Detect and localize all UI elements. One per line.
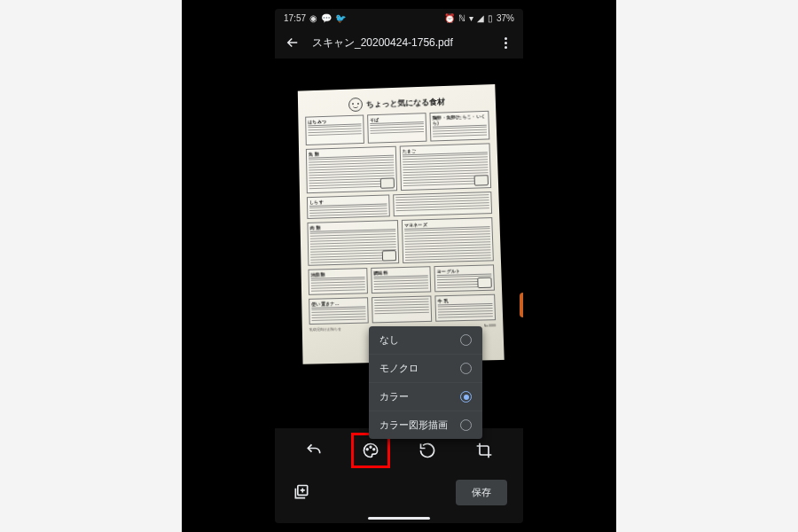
color-option-mono[interactable]: モノクロ: [369, 354, 482, 382]
color-option-label: なし: [379, 333, 399, 347]
color-option-label: カラー図形描画: [379, 419, 448, 432]
doc-cell: はちみつ: [305, 114, 364, 145]
svg-point-2: [373, 449, 375, 450]
signal-icon: ◢: [477, 13, 484, 23]
color-option-color[interactable]: カラー: [369, 382, 482, 411]
radio-selected-icon: [460, 391, 472, 403]
doc-cell: ヨーグルト: [434, 264, 495, 292]
svg-point-0: [366, 449, 368, 450]
doc-cell: しらす: [306, 194, 389, 219]
app-bar: スキャン_20200424-1756.pdf: [275, 27, 523, 59]
page-title: スキャン_20200424-1756.pdf: [312, 35, 486, 51]
chicken-icon: [381, 250, 395, 261]
doc-cell: そば: [367, 113, 426, 144]
bottom-bar: 保存: [275, 473, 523, 517]
color-mode-menu: なし モノクロ カラー カラー図形描画: [369, 326, 482, 439]
document-face-icon: [348, 98, 362, 112]
doc-cell: マヨネーズ: [401, 217, 493, 263]
radio-icon: [460, 334, 472, 346]
battery-percent: 37%: [497, 13, 514, 23]
doc-footer-left: 乳幼児向けお知らせ: [309, 327, 340, 332]
save-button[interactable]: 保存: [456, 480, 507, 505]
back-button[interactable]: [282, 32, 303, 53]
status-bar: 17:57 ◉ 💬 🐦 ⏰ ℕ ▾ ◢ ▯ 37%: [275, 9, 523, 27]
status-time: 17:57: [284, 13, 306, 23]
color-option-none[interactable]: なし: [369, 326, 482, 354]
color-option-color-drawing[interactable]: カラー図形描画: [369, 411, 482, 439]
doc-cell: 牛 乳: [434, 294, 496, 322]
milk-icon: [477, 278, 492, 289]
overflow-menu-button[interactable]: [495, 32, 516, 53]
doc-cell: 調味料: [371, 266, 431, 293]
doc-cell: 使い置きナ…: [309, 297, 369, 325]
color-option-label: モノクロ: [379, 362, 419, 375]
doc-cell: 魚 類: [305, 146, 396, 193]
twitter-icon: 🐦: [335, 13, 346, 23]
radio-icon: [460, 363, 472, 374]
svg-point-1: [370, 446, 372, 448]
radio-icon: [460, 419, 472, 431]
alarm-icon: ⏰: [444, 13, 455, 23]
doc-cell: 鶏卵・魚卵(たらこ・いくら): [429, 111, 489, 142]
device-frame: 17:57 ◉ 💬 🐦 ⏰ ℕ ▾ ◢ ▯ 37% スキャン_20200424-…: [182, 0, 616, 532]
gesture-edge-hint: [520, 293, 523, 317]
fish-icon: [379, 177, 394, 188]
gesture-nav-handle[interactable]: [368, 517, 430, 520]
line-icon: ◉: [309, 13, 317, 23]
doc-cell: [372, 295, 432, 323]
battery-icon: ▯: [488, 13, 493, 23]
speech-icon: 💬: [321, 13, 332, 23]
wifi-off-icon: ▾: [469, 13, 473, 23]
nfc-icon: ℕ: [458, 13, 466, 23]
document-title: ちょっと気になる食材: [365, 96, 445, 110]
undo-button[interactable]: [297, 434, 331, 467]
doc-cell: 肉 類: [307, 220, 398, 266]
egg-icon: [473, 175, 488, 185]
doc-footer-right: No.0000: [483, 324, 496, 327]
add-page-button[interactable]: [291, 481, 312, 503]
color-option-label: カラー: [379, 390, 409, 403]
phone-screen: 17:57 ◉ 💬 🐦 ⏰ ℕ ▾ ◢ ▯ 37% スキャン_20200424-…: [275, 9, 523, 523]
doc-cell: たまご: [399, 143, 491, 191]
doc-cell: 油脂類: [308, 268, 367, 295]
scanned-document: ちょっと気になる食材 はちみつ そば 鶏卵・魚卵(たらこ・いくら) 魚 類 たま…: [297, 84, 504, 364]
doc-cell: [392, 192, 491, 216]
